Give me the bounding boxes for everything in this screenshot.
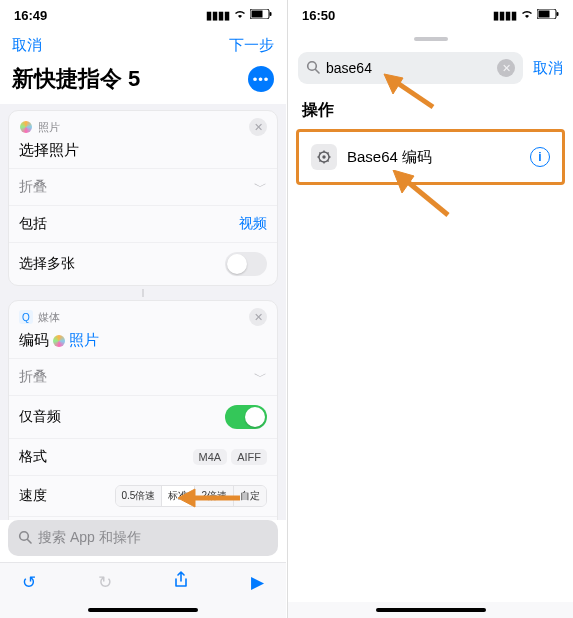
search-input[interactable]: base64 ✕ (298, 52, 523, 84)
signal-icon: ▮▮▮▮ (493, 10, 517, 21)
next-button[interactable]: 下一步 (229, 36, 274, 55)
speed-option[interactable]: 0.5倍速 (116, 486, 162, 506)
svg-line-10 (316, 69, 320, 73)
toolbar: ↺ ↻ ▶ (0, 562, 286, 602)
home-indicator (288, 602, 573, 618)
search-row: base64 ✕ 取消 (288, 48, 573, 94)
card-action-title: 编码 照片 (9, 329, 277, 358)
card-category-label: 媒体 (38, 310, 60, 325)
svg-rect-2 (270, 12, 272, 16)
status-bar: 16:50 ▮▮▮▮ (288, 0, 573, 30)
speed-option[interactable]: 自定 (233, 486, 266, 506)
format-row[interactable]: 格式 M4A AIFF (9, 438, 277, 475)
status-time: 16:49 (14, 8, 47, 23)
info-icon[interactable]: i (530, 147, 550, 167)
battery-icon (537, 9, 559, 21)
speed-option[interactable]: 标准 (161, 486, 194, 506)
format-pills[interactable]: M4A AIFF (193, 449, 267, 465)
close-icon[interactable]: ✕ (249, 308, 267, 326)
nav-bar: 取消 下一步 (0, 30, 286, 60)
audio-only-toggle[interactable] (225, 405, 267, 429)
svg-line-19 (328, 152, 329, 153)
wifi-icon (233, 9, 247, 21)
status-icons: ▮▮▮▮ (206, 9, 272, 21)
share-button[interactable] (173, 571, 189, 594)
gear-icon (311, 144, 337, 170)
select-multiple-label: 选择多张 (19, 255, 75, 273)
format-option[interactable]: M4A (193, 449, 228, 465)
search-query: base64 (326, 60, 491, 76)
photos-token-icon (53, 335, 65, 347)
select-multiple-toggle[interactable] (225, 252, 267, 276)
action-card-encode-media: Q 媒体 ✕ 编码 照片 折叠 ﹀ 仅音频 格式 M4A (8, 300, 278, 520)
phone-left-shortcut-editor: 16:49 ▮▮▮▮ 取消 下一步 新快捷指令 5 ••• 照片 ✕ 选择 (0, 0, 286, 618)
card-header: Q 媒体 ✕ (9, 301, 277, 329)
sheet-grabber[interactable] (288, 30, 573, 48)
status-bar: 16:49 ▮▮▮▮ (0, 0, 286, 30)
speed-segmented-control[interactable]: 0.5倍速 标准 2倍速 自定 (115, 485, 267, 507)
photos-token[interactable]: 照片 (69, 331, 99, 350)
title-row: 新快捷指令 5 ••• (0, 60, 286, 104)
result-base64-encode[interactable]: Base64 编码 i (301, 136, 560, 178)
speed-row: 速度 0.5倍速 标准 2倍速 自定 (9, 475, 277, 516)
card-category-label: 照片 (38, 120, 60, 135)
select-multiple-row: 选择多张 (9, 242, 277, 285)
action-card-select-photos: 照片 ✕ 选择照片 折叠 ﹀ 包括 视频 选择多张 (8, 110, 278, 286)
search-icon (18, 530, 32, 547)
include-row[interactable]: 包括 视频 (9, 205, 277, 242)
cancel-button[interactable]: 取消 (533, 59, 563, 78)
encode-prefix: 编码 (19, 331, 49, 350)
svg-rect-1 (252, 11, 263, 18)
close-icon[interactable]: ✕ (249, 118, 267, 136)
search-apps-actions[interactable]: 搜索 App 和操作 (8, 520, 278, 556)
home-indicator (0, 602, 286, 618)
format-label: 格式 (19, 448, 47, 466)
page-title: 新快捷指令 5 (12, 64, 140, 94)
result-label: Base64 编码 (347, 148, 520, 167)
annotation-highlight: Base64 编码 i (296, 129, 565, 185)
include-value[interactable]: 视频 (239, 215, 267, 233)
svg-line-20 (319, 161, 320, 162)
include-label: 包括 (19, 215, 47, 233)
connector-line (142, 289, 144, 297)
fold-row[interactable]: 折叠 ﹀ (9, 168, 277, 205)
wifi-icon (520, 9, 534, 21)
svg-rect-8 (557, 12, 559, 16)
chevron-down-icon: ﹀ (254, 178, 267, 196)
signal-icon: ▮▮▮▮ (206, 10, 230, 21)
svg-line-4 (28, 539, 32, 543)
svg-line-18 (328, 161, 329, 162)
phone-right-action-search: 16:50 ▮▮▮▮ base64 ✕ 取消 操作 (287, 0, 573, 618)
quicktime-app-icon: Q (19, 310, 33, 324)
card-header: 照片 ✕ (9, 111, 277, 139)
card-action-title: 选择照片 (9, 139, 277, 168)
svg-rect-7 (539, 11, 550, 18)
audio-only-row: 仅音频 (9, 395, 277, 438)
svg-line-17 (319, 152, 320, 153)
status-time: 16:50 (302, 8, 335, 23)
more-button[interactable]: ••• (248, 66, 274, 92)
redo-button[interactable]: ↻ (98, 572, 112, 593)
workflow-area: 照片 ✕ 选择照片 折叠 ﹀ 包括 视频 选择多张 Q 媒体 (0, 104, 286, 520)
results-area: 操作 Base64 编码 i (288, 94, 573, 602)
svg-point-12 (322, 155, 325, 158)
battery-icon (250, 9, 272, 21)
chevron-down-icon: ﹀ (254, 368, 267, 386)
search-placeholder: 搜索 App 和操作 (38, 529, 141, 547)
clear-icon[interactable]: ✕ (497, 59, 515, 77)
section-title: 操作 (288, 94, 573, 129)
fold-label: 折叠 (19, 178, 47, 196)
search-icon (306, 60, 320, 77)
photos-app-icon (19, 120, 33, 134)
fold-label: 折叠 (19, 368, 47, 386)
metadata-row[interactable]: 元数据 › (9, 516, 277, 520)
cancel-button[interactable]: 取消 (12, 36, 42, 55)
speed-label: 速度 (19, 487, 47, 505)
format-option[interactable]: AIFF (231, 449, 267, 465)
undo-button[interactable]: ↺ (22, 572, 36, 593)
audio-only-label: 仅音频 (19, 408, 61, 426)
speed-option[interactable]: 2倍速 (194, 486, 233, 506)
run-button[interactable]: ▶ (251, 572, 264, 593)
status-icons: ▮▮▮▮ (493, 9, 559, 21)
fold-row[interactable]: 折叠 ﹀ (9, 358, 277, 395)
